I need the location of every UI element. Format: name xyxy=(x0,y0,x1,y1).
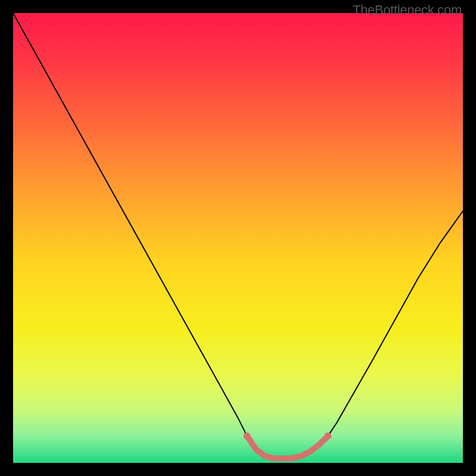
sweet-spot-end-dot xyxy=(324,433,331,440)
chart-svg xyxy=(13,13,463,463)
plot-area xyxy=(13,13,463,463)
attribution-text: TheBottleneck.com xyxy=(353,2,462,18)
sweet-spot-start-dot xyxy=(243,433,250,440)
chart-frame xyxy=(13,13,463,463)
gradient-background xyxy=(13,13,463,463)
